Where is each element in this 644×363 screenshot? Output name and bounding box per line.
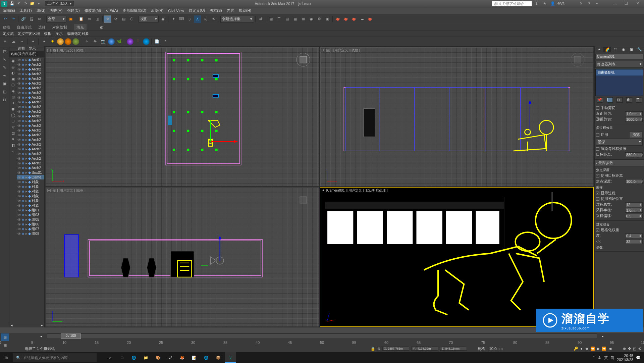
particle2-icon[interactable]: ❋	[91, 38, 99, 45]
render-frame-icon[interactable]: ▣	[324, 15, 331, 23]
sky-icon[interactable]: ☀	[1, 38, 9, 45]
start-button[interactable]: ⊞	[0, 352, 12, 363]
ribbon-freeform[interactable]: 自由形式	[17, 25, 32, 30]
lt-1-icon[interactable]: ◳	[1, 48, 8, 55]
chk-normalize[interactable]: 规格化权重	[601, 227, 619, 232]
se-filter-7-icon[interactable]: ⊞	[10, 94, 16, 100]
cmd-utilities-icon[interactable]: 🔧	[636, 47, 643, 52]
spin-near[interactable]: 1.0mm⬍	[625, 111, 643, 116]
menu-modifiers[interactable]: 修改器(M)	[85, 8, 101, 13]
menu-tools[interactable]: 工具(T)	[20, 8, 32, 13]
star2-icon[interactable]: ✦	[29, 38, 37, 45]
se-filter-13-icon[interactable]: ⊡	[10, 131, 16, 136]
menu-customize[interactable]: 自定义(U)	[189, 8, 205, 13]
tb-explorer-icon[interactable]: 📁	[140, 352, 152, 363]
ribbon-selection[interactable]: 选择	[38, 25, 46, 30]
sphere-purple-icon[interactable]	[127, 38, 133, 45]
chk-render-pass[interactable]: 渲染每过程效果	[601, 146, 627, 151]
tree-item[interactable]: 👁❄▸◆Arch2	[17, 95, 44, 100]
link-icon[interactable]: 🔗	[20, 15, 27, 23]
help2-icon[interactable]: ?	[162, 38, 169, 45]
tree-item[interactable]: 👁❄▸◆对象	[17, 194, 44, 198]
undo-icon[interactable]: ↶	[1, 15, 9, 23]
schematic-icon[interactable]: ⊞	[300, 15, 307, 23]
info-icon[interactable]: ℹ	[534, 1, 539, 6]
chk-show-pass[interactable]: 显示过程	[601, 191, 615, 196]
teapot3-icon[interactable]: 🫖	[350, 15, 358, 23]
tree-item[interactable]: 👁❄▸◆对象	[17, 189, 44, 194]
spin-dither[interactable]: 0.4⬍	[625, 234, 643, 238]
ref-coord[interactable]: 视图▾	[139, 16, 159, 22]
snap-icon[interactable]: 3	[186, 15, 193, 23]
spin-bias[interactable]: 0.5⬍	[625, 214, 643, 218]
menu-help[interactable]: 帮助(H)	[239, 8, 251, 13]
spin-total[interactable]: 12⬍	[625, 202, 643, 207]
nav-2-icon[interactable]: ✥	[628, 347, 631, 351]
curve-editor-icon[interactable]: ▦	[291, 15, 299, 23]
stack-item-camera[interactable]: 自由摄影机	[596, 69, 643, 75]
fog-icon[interactable]: ≈	[18, 38, 25, 45]
spin-tile[interactable]: 32⬍	[625, 239, 643, 244]
tree-item[interactable]: 👁❄▸◆对象	[17, 179, 44, 184]
redo-icon[interactable]: ↷	[9, 15, 17, 23]
menu-script[interactable]: 脚本(S)	[210, 8, 222, 13]
time-slider[interactable]: 0 / 100	[47, 333, 597, 339]
spin-target[interactable]: 880.0mm⬍	[625, 152, 643, 157]
layer-explorer-icon[interactable]: ▤	[283, 15, 291, 23]
minimize-button[interactable]: —	[610, 0, 620, 7]
select-icon[interactable]: ▣	[67, 15, 74, 23]
se-sort-header[interactable]: 名称(按升序排序)	[9, 51, 44, 57]
lt-6-icon[interactable]: ◫	[1, 88, 8, 95]
tree-item[interactable]: 👁❄▸◆对象	[17, 198, 44, 203]
lt-5-icon[interactable]: ▣	[1, 80, 8, 87]
angle-snap-icon[interactable]: ∡	[194, 15, 201, 23]
tb-3dsmax-icon[interactable]: 3	[225, 352, 236, 363]
sun-icon[interactable]: ✹	[49, 38, 56, 45]
se-filter-1-icon[interactable]: ◉	[10, 58, 16, 63]
se-nav-left-icon[interactable]: ◂	[11, 323, 13, 327]
tree-item[interactable]: 👁❄▸◆Arch2	[17, 133, 44, 137]
tree-item[interactable]: 👁❄▸◆Arch2	[17, 62, 44, 67]
se-filter-3-icon[interactable]: ◐	[10, 70, 16, 75]
lt-4-icon[interactable]: ∿	[1, 72, 8, 79]
taskbar-search[interactable]: 🔍 在这里输入你要搜索的内容	[13, 353, 97, 362]
viewport-left[interactable]: [+] [左 ] [用户定义 ] [线框 ]	[45, 187, 319, 327]
qat-link-icon[interactable]: 📁	[30, 1, 35, 6]
unique-icon[interactable]: ⊡	[616, 97, 623, 103]
camera-icon[interactable]: 📷	[100, 38, 107, 45]
se-filter-10-icon[interactable]: ◯	[10, 112, 16, 118]
vp-top-label[interactable]: [+] [顶 ] [用户定义 ] [线框 ]	[47, 48, 86, 53]
manipulate-icon[interactable]: ✦	[170, 15, 177, 23]
tb-app1-icon[interactable]: 🎨	[152, 352, 164, 363]
qat-save-icon[interactable]: 💾	[9, 1, 15, 6]
spin-far[interactable]: 1000.0m⬍	[625, 117, 643, 122]
ribbon-toggle-icon[interactable]: ◐	[100, 25, 103, 30]
ribbon-paint[interactable]: 对象绘制	[52, 25, 67, 30]
modifier-list[interactable]: 修改器列表▾	[595, 61, 643, 68]
tree-item[interactable]: 👁❄▸◆组03	[17, 212, 44, 217]
qat-dropdown-icon[interactable]: ▾	[36, 1, 42, 6]
rotate-icon[interactable]: ⟳	[112, 15, 119, 23]
tree-item[interactable]: 👁❄▸◆Arch2	[17, 86, 44, 90]
maximize-button[interactable]: ☐	[621, 0, 631, 7]
cloud-icon[interactable]: ☁	[358, 15, 366, 23]
menu-civil[interactable]: Civil View	[168, 9, 184, 13]
tb-app5-icon[interactable]: 📦	[213, 352, 224, 363]
se-filter-8-icon[interactable]: ✦	[10, 100, 16, 106]
tree-item[interactable]: 👁❄▸◆Arch2	[17, 104, 44, 109]
sub-flow[interactable]: 定义流	[3, 31, 14, 36]
menu-content[interactable]: 内容	[227, 8, 234, 13]
effect-combo[interactable]: 景深▾	[596, 139, 643, 146]
timeline-ruler[interactable]: 0510152025303540455055606570758085909510…	[0, 340, 644, 346]
tree-item[interactable]: 👁❄▸◆Arch2	[17, 156, 44, 161]
se-filter-14-icon[interactable]: ▼	[10, 137, 16, 142]
remove-icon[interactable]: 🗑	[626, 97, 632, 103]
scale-icon[interactable]: ▤	[120, 15, 127, 23]
play-icon[interactable]: ▶	[597, 347, 600, 351]
coord-y[interactable]: Y: -4175.39m	[411, 347, 438, 351]
tray-notif-icon[interactable]: 💬	[636, 356, 641, 360]
se-filter-9-icon[interactable]: ⬢	[10, 106, 16, 112]
scene-tree[interactable]: 👁❄▸◆Arc01👁❄▸◆Arch2👁❄▸◆Arch2👁❄▸◆Arch2👁❄▸◆…	[17, 57, 44, 323]
exchange-icon[interactable]: ✕	[578, 1, 584, 6]
play-start-icon[interactable]: ⏮	[585, 347, 588, 351]
